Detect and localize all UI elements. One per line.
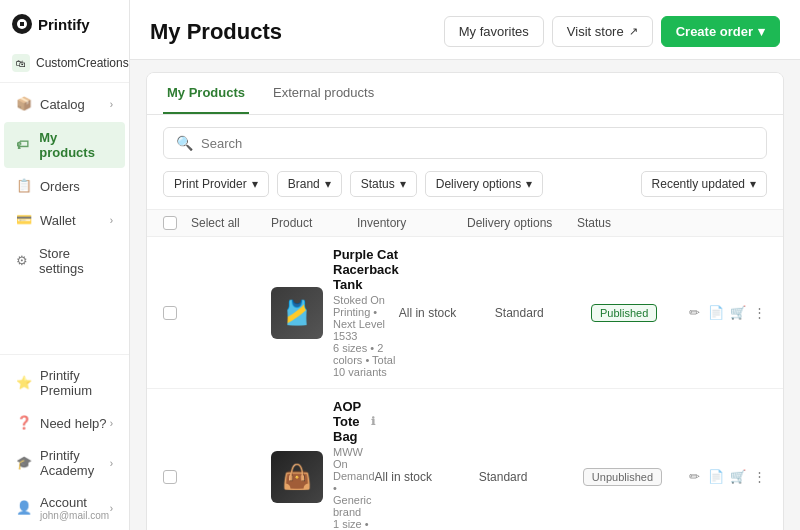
filter-chevron-icon: ▾ (750, 177, 756, 191)
app-logo: Printify (0, 0, 129, 48)
search-input-wrap: 🔍 (163, 127, 767, 159)
edit-icon[interactable]: ✏ (687, 466, 702, 488)
sidebar-item-label: Catalog (40, 97, 85, 112)
sidebar-item-wallet[interactable]: 💳 Wallet › (4, 204, 125, 236)
sidebar-item-label: Printify Premium (40, 368, 113, 398)
sidebar-item-printify-premium[interactable]: ⭐ Printify Premium (4, 360, 125, 406)
create-order-button[interactable]: Create order ▾ (661, 16, 780, 47)
sidebar-item-orders[interactable]: 📋 Orders (4, 170, 125, 202)
product-name: Purple Cat Racerback Tank (333, 247, 399, 292)
store-name: CustomCreations (36, 56, 129, 70)
filter-chevron-icon: ▾ (526, 177, 532, 191)
status-badge: Published (591, 304, 657, 322)
edit-icon[interactable]: ✏ (687, 302, 702, 324)
sidebar-item-academy[interactable]: 🎓 Printify Academy › (4, 440, 125, 486)
table-row: 🎽 Purple Cat Racerback Tank Stoked On Pr… (147, 237, 783, 389)
search-icon: 🔍 (176, 135, 193, 151)
store-selector[interactable]: 🛍 CustomCreations ⇅ (0, 48, 129, 78)
account-chevron-icon: › (110, 503, 113, 514)
academy-icon: 🎓 (16, 455, 32, 471)
app-name: Printify (38, 16, 90, 33)
header-checkbox-col (163, 216, 191, 230)
filter-chevron-icon: ▾ (400, 177, 406, 191)
filter-chevron-icon: ▾ (325, 177, 331, 191)
sidebar-item-catalog[interactable]: 📦 Catalog › (4, 88, 125, 120)
main-content: My Products My favorites Visit store ↗ C… (130, 0, 800, 530)
header-actions: My favorites Visit store ↗ Create order … (444, 16, 780, 47)
filters-bar: Print Provider ▾ Brand ▾ Status ▾ Delive… (147, 171, 783, 209)
sidebar-item-label: Orders (40, 179, 80, 194)
sidebar-item-need-help[interactable]: ❓ Need help? › (4, 407, 125, 439)
status-badge: Unpublished (583, 468, 662, 486)
filter-recently-updated[interactable]: Recently updated ▾ (641, 171, 767, 197)
sidebar-item-store-settings[interactable]: ⚙ Store settings (4, 238, 125, 284)
premium-icon: ⭐ (16, 375, 32, 391)
table-header: Select all Product Inventory Delivery op… (147, 209, 783, 237)
sidebar-item-label: My products (39, 130, 113, 160)
table-row: 👜 AOP Tote Bag ℹ MWW On Demand • Generic… (147, 389, 783, 530)
dropdown-arrow-icon: ▾ (758, 24, 765, 39)
product-name: AOP Tote Bag ℹ (333, 399, 375, 444)
help-icon: ❓ (16, 415, 32, 431)
my-favorites-button[interactable]: My favorites (444, 16, 544, 47)
sidebar-item-label: Store settings (39, 246, 113, 276)
store-settings-icon: ⚙ (16, 253, 31, 269)
sidebar-item-label: Wallet (40, 213, 76, 228)
tab-my-products[interactable]: My Products (163, 73, 249, 114)
shop-icon[interactable]: 🛒 (730, 302, 746, 324)
product-inventory: All in stock (399, 306, 495, 320)
sidebar-item-account[interactable]: 👤 Account john@mail.com › (4, 487, 125, 529)
visit-store-button[interactable]: Visit store ↗ (552, 16, 653, 47)
row-checkbox[interactable] (163, 306, 177, 320)
tabs-bar: My Products External products (147, 73, 783, 115)
row-actions: ✏ 📄 🛒 ⋮ (687, 466, 767, 488)
sidebar-divider (0, 82, 129, 83)
copy-icon[interactable]: 📄 (708, 302, 724, 324)
filter-status[interactable]: Status ▾ (350, 171, 417, 197)
product-image: 🎽 (271, 287, 323, 339)
more-icon[interactable]: ⋮ (752, 302, 767, 324)
select-all-label[interactable]: Select all (191, 216, 271, 230)
row-checkbox[interactable] (163, 470, 177, 484)
store-icon: 🛍 (12, 54, 30, 72)
help-chevron-icon: › (110, 418, 113, 429)
external-link-icon: ↗ (629, 25, 638, 38)
product-delivery: Standard (479, 470, 583, 484)
filter-chevron-icon: ▾ (252, 177, 258, 191)
catalog-icon: 📦 (16, 96, 32, 112)
product-variants: 1 size • Total 1 variant (333, 518, 375, 530)
select-all-checkbox[interactable] (163, 216, 177, 230)
filter-delivery[interactable]: Delivery options ▾ (425, 171, 543, 197)
my-products-icon: 🏷 (16, 137, 31, 153)
status-column-header: Status (577, 216, 687, 230)
product-info: Purple Cat Racerback Tank Stoked On Prin… (333, 247, 399, 378)
tab-external-products[interactable]: External products (269, 73, 378, 114)
products-panel: My Products External products 🔍 Print Pr… (146, 72, 784, 530)
account-icon: 👤 (16, 500, 32, 516)
wallet-icon: 💳 (16, 212, 32, 228)
more-icon[interactable]: ⋮ (752, 466, 767, 488)
filter-brand[interactable]: Brand ▾ (277, 171, 342, 197)
shop-icon[interactable]: 🛒 (730, 466, 746, 488)
delivery-column-header: Delivery options (467, 216, 577, 230)
product-meta: MWW On Demand • Generic brand (333, 446, 375, 518)
search-input[interactable] (201, 136, 754, 151)
filter-print-provider[interactable]: Print Provider ▾ (163, 171, 269, 197)
sidebar-item-label: Printify Academy (40, 448, 110, 478)
page-header: My Products My favorites Visit store ↗ C… (130, 0, 800, 60)
product-meta: Stoked On Printing • Next Level 1533 (333, 294, 399, 342)
orders-icon: 📋 (16, 178, 32, 194)
info-icon: ℹ (371, 415, 375, 428)
row-actions: ✏ 📄 🛒 ⋮ (687, 302, 767, 324)
copy-icon[interactable]: 📄 (708, 466, 724, 488)
product-image: 👜 (271, 451, 323, 503)
product-variants: 6 sizes • 2 colors • Total 10 variants (333, 342, 399, 378)
product-column-header: Product (271, 216, 357, 230)
product-info: AOP Tote Bag ℹ MWW On Demand • Generic b… (333, 399, 375, 530)
wallet-chevron-icon: › (110, 215, 113, 226)
sidebar-item-label: Need help? (40, 416, 107, 431)
product-delivery: Standard (495, 306, 591, 320)
sidebar: Printify 🛍 CustomCreations ⇅ 📦 Catalog ›… (0, 0, 130, 530)
search-bar: 🔍 (147, 115, 783, 171)
sidebar-item-my-products[interactable]: 🏷 My products (4, 122, 125, 168)
